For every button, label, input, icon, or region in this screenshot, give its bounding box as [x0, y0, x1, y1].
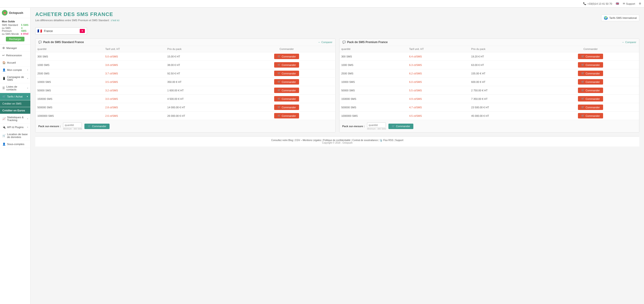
cmd-cell: 🛒 Commander — [238, 95, 335, 103]
phone-item: 📞 +33(0)14 13 41 50 70 — [583, 2, 612, 5]
manager-icon: ⚙ — [2, 46, 5, 50]
table-row: 1000 SMS 6.3 ct/SMS 63.00 € HT 🛒 Command… — [340, 61, 639, 69]
sidebar-item-crediter-euros[interactable]: Créditer en Euros — [0, 107, 30, 114]
premium-panel: 💬 Pack de SMS Premium France ↔ Comparer … — [339, 38, 640, 132]
qty-cell: 2500 SMS — [340, 69, 408, 78]
commander-button[interactable]: 🛒 Commander — [578, 113, 603, 118]
cmd-cell: 🛒 Commander — [542, 103, 639, 112]
commander-button[interactable]: 🛒 Commander — [274, 54, 299, 59]
sidebar-item-mon-compte[interactable]: 👤 Mon compte › — [0, 66, 30, 74]
sidebar-item-sous-comptes[interactable]: 👤 Sous-comptes — [0, 140, 30, 148]
sidebar-item-label: Créditer en Euros — [2, 109, 25, 112]
standard-custom-input[interactable] — [63, 122, 82, 128]
standard-custom-hint: Minimum : 300 SMS — [63, 128, 82, 130]
commander-button[interactable]: 🛒 Commander — [274, 62, 299, 68]
sidebar-item-label: Mon compte — [7, 69, 22, 71]
cmd-cell: 🛒 Commander — [542, 95, 639, 103]
sidebar-item-label: API & Plugins — [7, 126, 24, 128]
col-pack-header: Prix du pack — [166, 46, 238, 52]
sidebar-item-retrocession[interactable]: ↩ Retrocession — [0, 52, 30, 59]
panels-row: 💬 Pack de SMS Standard France ↔ Comparer… — [35, 38, 639, 132]
sms-premium-value: 4 SMS — [21, 27, 28, 32]
footer-support-link[interactable]: Support — [395, 139, 403, 141]
support-icon: ✉ — [623, 2, 625, 5]
commander-button[interactable]: 🛒 Commander — [274, 113, 299, 118]
footer-privacy-link[interactable]: Politique de confidentialité — [323, 139, 350, 141]
pack-cell: 7 350.00 € HT — [469, 95, 542, 103]
chevron-right-icon: › — [27, 69, 28, 71]
table-row: 150000 SMS 3.0 ct/SMS 4 500.00 € HT 🛒 Co… — [36, 95, 335, 103]
commander-button[interactable]: 🛒 Commander — [578, 88, 603, 93]
commander-button[interactable]: 🛒 Commander — [274, 96, 299, 101]
premium-custom-cmd-button[interactable]: 🛒 Commander — [388, 124, 414, 129]
chevron-right-icon: › — [27, 87, 28, 89]
recharge-button[interactable]: Recharger — [6, 37, 24, 42]
commander-button[interactable]: 🛒 Commander — [274, 105, 299, 110]
flag-item[interactable]: 🇬🇧 — [616, 2, 619, 5]
unit-cell: 6.3 ct/SMS — [407, 61, 469, 69]
commander-button[interactable]: 🛒 Commander — [578, 54, 603, 59]
pack-cell: 92.50 € HT — [166, 69, 238, 78]
sms-premium-label: ou SMS Premium — [2, 27, 21, 32]
unit-cell: 3.8 ct/SMS — [104, 61, 166, 69]
commander-button[interactable]: 🛒 Commander — [274, 79, 299, 85]
table-row: 150000 SMS 4.9 ct/SMS 7 350.00 € HT 🛒 Co… — [340, 95, 639, 103]
footer-cgv-link[interactable]: CGV – Mentions Légales — [295, 139, 321, 141]
table-row: 10000 SMS 6.0 ct/SMS 600.00 € HT 🛒 Comma… — [340, 78, 639, 86]
sidebar-item-tarifs[interactable]: 🛒 Tarifs / Achat ▾ — [0, 93, 30, 100]
compare-icon: ↔ — [318, 41, 320, 44]
intl-tarifs-button[interactable]: 🌍 Tarifs SMS International — [601, 15, 639, 21]
france-flag-icon: 🇫🇷 — [38, 29, 42, 33]
footer-contract-link[interactable]: Contrat de soustraitance — [352, 139, 378, 141]
commander-button[interactable]: 🛒 Commander — [578, 105, 603, 110]
table-row: 2500 SMS 3.7 ct/SMS 92.50 € HT 🛒 Command… — [36, 69, 335, 78]
sidebar-item-label: Sous-comptes — [7, 143, 24, 145]
sidebar-item-listes[interactable]: ☰ Listes de contacts › — [0, 83, 30, 93]
list-icon: ☰ — [2, 86, 5, 90]
commander-button[interactable]: 🛒 Commander — [578, 79, 603, 85]
sidebar-item-statistiques[interactable]: 📈 Statistiques & Tracking › — [0, 114, 30, 124]
page-title: ACHETER DES SMS FRANCE — [35, 11, 120, 18]
commander-button[interactable]: 🛒 Commander — [274, 88, 299, 93]
sidebar-item-campagne[interactable]: 📱 Campagne de SMS › — [0, 74, 30, 83]
country-dropdown[interactable]: 🇫🇷 France ▾ — [35, 27, 87, 35]
standard-custom-cmd-button[interactable]: 🛒 Commander — [84, 124, 110, 129]
footer-blog-link[interactable]: Consultez notre Blog — [271, 139, 293, 141]
support-item[interactable]: ✉ Support — [623, 2, 635, 5]
sidebar-item-crediter-sms[interactable]: Créditer en SMS — [0, 100, 30, 107]
commander-button[interactable]: 🛒 Commander — [578, 96, 603, 101]
footer-links: Consultez notre Blog | CGV – Mentions Lé… — [38, 139, 637, 141]
standard-compare-button[interactable]: ↔ Comparer — [318, 41, 332, 44]
sidebar-item-location[interactable]: 🛒 Location de base de données — [0, 131, 30, 140]
qty-cell: 1000 SMS — [36, 61, 104, 69]
sms-icon: 📱 — [2, 77, 6, 80]
col-unit-header: Tarif unit. HT — [104, 46, 166, 52]
subtitle-link[interactable]: c'est ici — [111, 19, 120, 22]
standard-custom-label: Pack sur-mesure : — [38, 125, 61, 128]
unit-cell: 4.9 ct/SMS — [407, 95, 469, 103]
cart-icon: 🛒 — [392, 125, 395, 128]
footer-rss-link[interactable]: Flux RSS — [383, 139, 393, 141]
country-selector: 🇫🇷 France ▾ — [35, 27, 639, 35]
settings-item[interactable]: ⚙ — [639, 2, 641, 5]
premium-custom-input[interactable] — [367, 122, 386, 128]
detail-link[interactable]: ● détail — [21, 33, 28, 35]
cart-icon: 🛒 — [581, 89, 584, 92]
col-pack-header: Prix du pack — [469, 46, 542, 52]
col-qty-header: quantité — [36, 46, 104, 52]
dropdown-arrow-icon: ▾ — [80, 29, 85, 33]
sidebar-item-accueil[interactable]: 🏠 Accueil — [0, 59, 30, 66]
premium-compare-button[interactable]: ↔ Comparer — [622, 41, 636, 44]
commander-button[interactable]: 🛒 Commander — [578, 71, 603, 76]
cmd-cell: 🛒 Commander — [542, 52, 639, 61]
balance-sms-premium: ou SMS Premium 4 SMS — [2, 27, 28, 32]
commander-button[interactable]: 🛒 Commander — [274, 71, 299, 76]
commander-button[interactable]: 🛒 Commander — [578, 62, 603, 68]
col-qty-header: quantité — [340, 46, 408, 52]
table-row: 10000 SMS 3.5 ct/SMS 350.00 € HT 🛒 Comma… — [36, 78, 335, 86]
sidebar-item-manager[interactable]: ⚙ Manager — [0, 45, 30, 52]
cart-icon: 🛒 — [88, 125, 91, 128]
cart-icon: 🛒 — [581, 55, 584, 58]
sidebar-item-api[interactable]: 🔌 API & Plugins › — [0, 124, 30, 131]
cmd-cell: 🛒 Commander — [238, 103, 335, 112]
